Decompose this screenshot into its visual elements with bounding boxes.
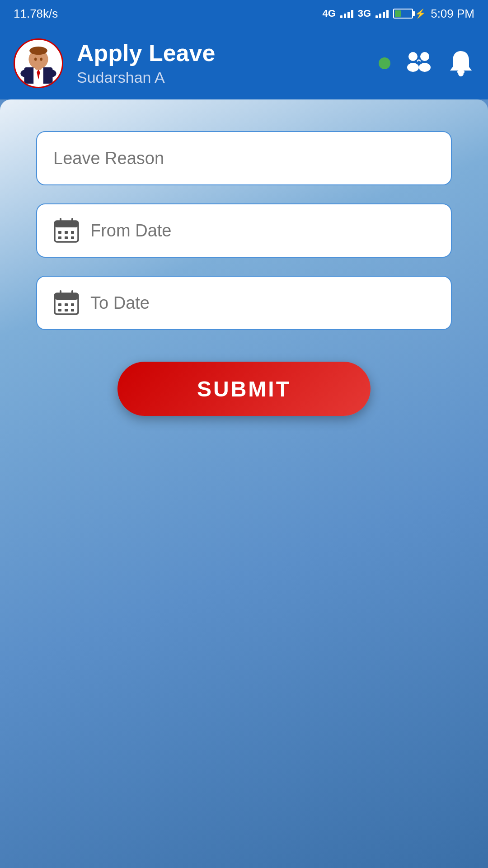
svg-rect-27 [55, 293, 78, 300]
svg-rect-20 [58, 231, 61, 234]
svg-rect-34 [65, 309, 68, 311]
svg-rect-33 [58, 309, 61, 311]
status-icons: 4G 3G ⚡ 5:09 PM [322, 7, 474, 21]
avatar [14, 38, 63, 88]
signal-3g-icon [375, 9, 389, 18]
to-date-field[interactable] [36, 276, 452, 330]
from-date-input[interactable] [90, 221, 435, 241]
network-3g-icon: 3G [358, 8, 371, 19]
svg-rect-24 [65, 236, 68, 239]
status-bar: 11.78k/s 4G 3G ⚡ 5:09 PM [0, 0, 488, 27]
signal-strength-icon [340, 9, 353, 18]
leave-reason-field[interactable] [36, 131, 452, 185]
to-date-calendar-icon [53, 290, 80, 316]
to-date-input[interactable] [90, 293, 435, 313]
svg-point-12 [420, 52, 429, 61]
svg-point-5 [29, 47, 47, 55]
network-type-icon: 4G [322, 8, 335, 19]
svg-point-6 [34, 57, 37, 61]
from-date-calendar-icon [53, 217, 80, 244]
svg-point-7 [40, 57, 42, 61]
page-title: Apply Leave [77, 40, 365, 66]
team-icon [403, 47, 435, 79]
svg-point-13 [419, 63, 431, 72]
svg-point-15 [458, 71, 464, 76]
svg-rect-25 [71, 236, 74, 239]
leave-reason-input[interactable] [53, 149, 435, 168]
avatar-image [18, 43, 59, 84]
status-time: 5:09 PM [431, 7, 474, 21]
svg-rect-31 [65, 303, 68, 306]
battery-icon: ⚡ [393, 8, 426, 19]
header-icons [379, 47, 474, 79]
svg-rect-21 [65, 231, 68, 234]
network-speed: 11.78k/s [14, 7, 58, 21]
user-name: Sudarshan A [77, 69, 365, 86]
people-icon-button[interactable] [403, 47, 435, 79]
svg-point-11 [407, 63, 419, 72]
svg-rect-17 [55, 221, 78, 227]
svg-rect-35 [71, 309, 74, 311]
svg-rect-23 [58, 236, 61, 239]
svg-rect-30 [58, 303, 61, 306]
header: Apply Leave Sudarshan A [0, 27, 488, 99]
svg-point-8 [20, 70, 32, 78]
online-status-indicator [379, 57, 390, 69]
header-text: Apply Leave Sudarshan A [77, 40, 365, 86]
svg-point-10 [408, 52, 418, 61]
bell-icon [447, 49, 474, 78]
from-date-field[interactable] [36, 203, 452, 258]
svg-point-9 [45, 70, 56, 78]
svg-rect-22 [71, 231, 74, 234]
submit-button[interactable]: SUBMIT [117, 362, 371, 416]
svg-rect-32 [71, 303, 74, 306]
main-content: SUBMIT [0, 99, 488, 868]
notifications-button[interactable] [447, 49, 474, 78]
